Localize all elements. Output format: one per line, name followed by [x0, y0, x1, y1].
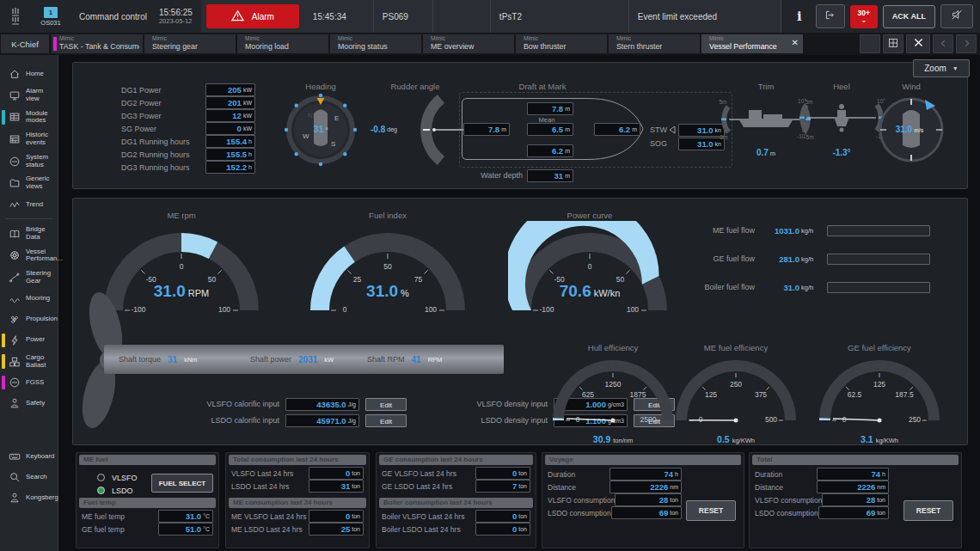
radio-lsdo[interactable] [97, 487, 105, 494]
tile-windows-button[interactable] [883, 34, 903, 53]
value: 30.9 [593, 434, 610, 444]
tab-mooring-status[interactable]: MimicMooring status [330, 34, 421, 53]
unit: kW [243, 126, 252, 132]
alarm-blank-field [433, 0, 491, 33]
sidebar-item-power[interactable]: Power [0, 330, 58, 351]
compass-e: E [334, 114, 339, 122]
mute-button[interactable] [940, 4, 973, 28]
svg-text:75: 75 [414, 275, 423, 284]
table-row: VLSFO Last 24 hrs0ton [226, 467, 369, 480]
fuel-input-vlsfo-calorific-input: VLSFO calorific input43635.0J/gEdit [142, 396, 410, 412]
sidebar-item-module-modes[interactable]: Module modes [0, 107, 58, 129]
sidebar-item-historic-events[interactable]: Historic events [0, 128, 58, 150]
ack-all-button[interactable]: ACK ALL [883, 5, 935, 28]
fuel-option-vlsfo[interactable]: VLSFO [97, 472, 138, 483]
value: 69 [867, 508, 876, 517]
sidebar-item-home[interactable]: Home [0, 64, 58, 84]
shaft-power-group: Shaft power 2031 kW [250, 345, 334, 374]
row-value-box: 69ton [611, 506, 682, 519]
fuel-select-button[interactable]: FUEL SELECT [151, 474, 213, 493]
sidebar-item-system-status[interactable]: System status [0, 150, 58, 173]
tab-vessel-performance[interactable]: MimicVessel Performance✕ [701, 34, 803, 53]
sidebar-item-search[interactable]: Search [0, 467, 58, 487]
row-value-box: 74h [817, 468, 889, 481]
row-value-box: 0ton [475, 467, 530, 480]
info-button[interactable]: i [788, 9, 811, 24]
svg-text:31.0RPM: 31.0RPM [154, 282, 209, 300]
dg-value-box: 155.4h [205, 135, 255, 148]
alarm-count-badge[interactable]: 30+ ⌄ [850, 5, 878, 28]
panel-header: ME fuel [79, 455, 216, 465]
shaft-rpm-group: Shaft RPM 41 RPM [367, 345, 442, 374]
sog-label: SOG [650, 139, 667, 148]
tab-name: Bow thruster [524, 42, 603, 52]
sidebar-item-trend[interactable]: Trend [0, 194, 58, 215]
hull-efficiency-gauge: Hull efficiency 0625125018752500 30.9ton… [548, 343, 677, 446]
fuel-flow-unit: kg/h [799, 284, 824, 291]
sidebar-item-kongsberg[interactable]: Kongsberg [0, 487, 58, 508]
svg-text:5m: 5m [719, 99, 726, 105]
gauge-value: 30.9ton/nm [548, 431, 677, 446]
unit: ton [352, 483, 360, 489]
svg-text:50: 50 [616, 275, 625, 284]
chevron-right-icon [962, 36, 971, 52]
trim-title: Trim [758, 82, 775, 91]
table-row: ME LSDO Last 24 hrs25ton [226, 523, 369, 536]
table-row: LSDO consumption69ton [542, 506, 687, 519]
row-label: ME fuel temp [82, 512, 125, 521]
row-label: GE VLSFO Last 24 hrs [382, 469, 456, 478]
sidebar-item-bridge-data[interactable]: Bridge Data [0, 223, 58, 245]
heading-compass: N E S W 31° [282, 91, 359, 168]
tab-control-blank[interactable] [860, 34, 880, 53]
svg-text:125: 125 [873, 380, 885, 389]
clock-date: 2023-05-12 [159, 17, 192, 25]
sidebar-item-generic-views[interactable]: Generic views [0, 172, 58, 194]
value: 51.0 [186, 524, 202, 534]
svg-text:500: 500 [765, 415, 777, 424]
sidebar-item-safety[interactable]: Safety [0, 393, 58, 413]
sidebar-item-fgss[interactable]: FGSS [0, 372, 58, 393]
sidebar-item-vessel-performan[interactable]: Vessel Performan... [0, 245, 58, 267]
fuel-flow-value: 1031.0 [762, 226, 799, 236]
sidebar-item-steering-gear[interactable]: Steering Gear [0, 266, 58, 289]
sign-in-button[interactable] [816, 4, 845, 28]
alarm-button[interactable]: Alarm [206, 4, 299, 28]
tab-task-tank-consumers[interactable]: MimicTASK - Tank & Consumers [52, 34, 143, 53]
gauge-title: ME rpm [100, 211, 263, 220]
table-row: ME VLSFO Last 24 hrs0ton [226, 510, 369, 523]
tab-name: TASK - Tank & Consumers [59, 42, 139, 52]
sidebar-item-mooring[interactable]: Mooring [0, 289, 58, 309]
chevron-left-icon [939, 36, 948, 52]
next-tab-button[interactable] [956, 34, 977, 53]
fuel-flow-bar [827, 225, 930, 236]
value: 155.4 [226, 137, 247, 146]
value: 28 [867, 495, 876, 505]
voyage-reset-button[interactable]: RESET [686, 500, 736, 521]
sidebar-item-propulsion[interactable]: Propulsion [0, 309, 58, 330]
value: 45971.0 [316, 416, 346, 425]
dg-label: DG3 Running hours [121, 163, 205, 172]
tab-stern-thruster[interactable]: MimicStern thruster [609, 34, 700, 53]
close-all-button[interactable] [906, 34, 930, 53]
sidebar-item-cargo-ballast[interactable]: Cargo Ballast [0, 351, 58, 373]
radio-vlsfo[interactable] [97, 474, 105, 481]
dg-label: DG2 Running hours [121, 150, 205, 159]
total-reset-button[interactable]: RESET [903, 500, 953, 521]
fuel-option-lsdo[interactable]: LSDO [97, 485, 133, 496]
sidebar-item-alarm-view[interactable]: Alarm view [0, 84, 58, 107]
tab-k-chief[interactable]: K-Chief [1, 34, 49, 53]
tab-bow-thruster[interactable]: MimicBow thruster [516, 34, 607, 53]
tab-close-icon[interactable]: ✕ [792, 38, 799, 47]
value: 69 [659, 508, 669, 517]
edit-button[interactable]: Edit [365, 414, 407, 427]
tab-steering-gear[interactable]: MimicSteering gear [144, 34, 236, 53]
unit: J/g [348, 418, 356, 424]
zoom-dropdown[interactable]: Zoom ▼ [913, 59, 970, 77]
sidebar-item-keyboard[interactable]: Keyboard [0, 446, 58, 467]
tab-mimic-label: Mimic [152, 35, 232, 42]
draft-top-box: 7.8m [527, 102, 573, 115]
edit-button[interactable]: Edit [365, 398, 407, 411]
tab-me-overview[interactable]: MimicME overview [423, 34, 514, 53]
prev-tab-button[interactable] [933, 34, 953, 53]
tab-mooring-load[interactable]: MimicMooring load [237, 34, 328, 53]
